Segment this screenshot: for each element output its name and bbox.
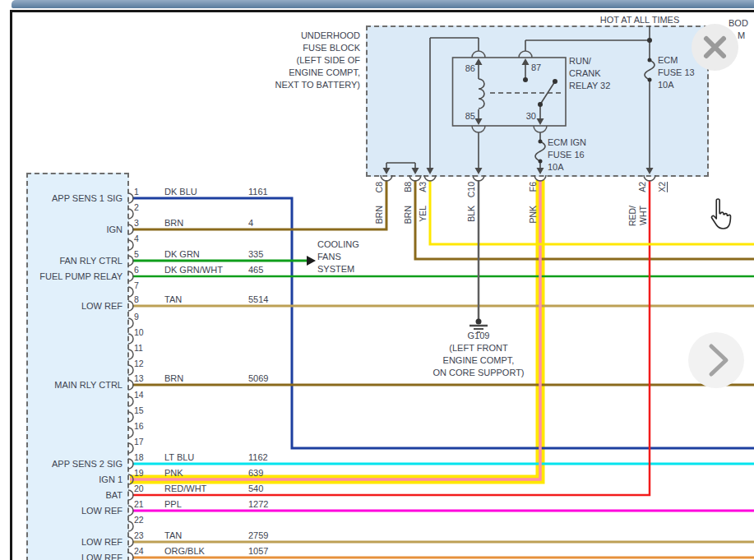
close-button[interactable]	[692, 24, 738, 71]
right-clipped-text-line2: M	[738, 30, 745, 41]
junction-dot	[648, 58, 652, 62]
ecm-ign-fuse-16-element	[535, 141, 545, 161]
ecm-pin-cavity	[128, 521, 133, 531]
hand-cursor-icon	[705, 197, 734, 238]
ecm-pin-cavity	[128, 349, 133, 359]
relay-cavity	[534, 126, 547, 132]
arrowhead	[537, 118, 544, 125]
connector-cavity	[534, 175, 546, 181]
relay-coil	[479, 79, 484, 109]
wiring-layer	[0, 0, 754, 560]
wire-ign-brn-4	[132, 180, 386, 229]
junction-dot	[647, 38, 652, 43]
junction-dot	[539, 140, 543, 144]
ecm-pin-cavity	[128, 318, 133, 328]
connector-cavity	[644, 175, 655, 181]
arrowhead	[522, 58, 530, 65]
arrowhead	[475, 168, 483, 174]
arrowhead	[475, 118, 483, 125]
ground-dot	[476, 319, 482, 325]
arrowhead	[646, 168, 654, 174]
arrowhead	[427, 168, 434, 174]
ecm-pin-cavity	[128, 209, 133, 219]
connector-cavity	[409, 175, 421, 181]
ecm-pin-cavity	[128, 334, 133, 344]
wiring-diagram-viewer[interactable]: UNDERHOODFUSE BLOCK(LEFT SIDE OFENGINE C…	[0, 0, 754, 560]
relay-30-contact	[538, 102, 543, 107]
relay-cavity	[519, 51, 532, 58]
ecm-pin-cavity	[128, 365, 133, 375]
arrowhead	[537, 168, 544, 174]
junction-dot	[648, 78, 652, 82]
ecm-fuse-13-element	[645, 60, 655, 80]
wire-app-sens-1-dk-blu-1161	[132, 198, 754, 448]
connector-cavity	[424, 175, 436, 181]
relay-cavity	[472, 51, 485, 58]
ecm-pin-cavity	[128, 443, 133, 453]
ecm-pin-cavity	[128, 553, 133, 560]
arrowhead	[475, 58, 483, 65]
connector-cavity	[473, 175, 484, 181]
connector-cavity	[381, 175, 392, 181]
relay-87-contact	[523, 77, 528, 82]
relay-blade-tip	[553, 79, 557, 84]
ecm-pin-cavity	[128, 396, 133, 406]
ecm-pin-cavity	[128, 287, 133, 297]
hot-at-all-times-label: HOT AT ALL TIMES	[594, 14, 686, 25]
chevron-right-icon	[688, 332, 744, 388]
close-icon	[692, 24, 738, 71]
wire-b8-brn-out	[415, 180, 754, 259]
ecm-pin-cavity	[128, 428, 133, 437]
junction-dot	[539, 160, 543, 164]
arrowhead	[412, 168, 419, 174]
relay-cavity	[472, 126, 485, 132]
next-button[interactable]	[688, 332, 744, 388]
ecm-pin-cavity	[128, 240, 133, 250]
cooling-fans-arrow	[307, 256, 316, 266]
ecm-pin-cavity	[128, 412, 133, 422]
arrowhead	[383, 168, 391, 174]
